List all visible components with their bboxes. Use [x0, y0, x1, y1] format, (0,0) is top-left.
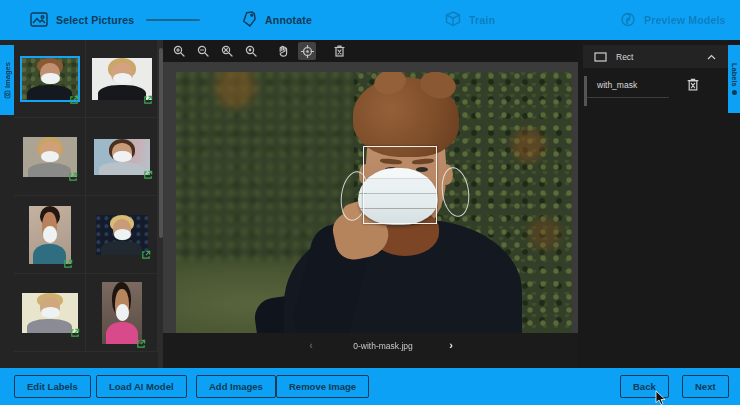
step-label: Select Pictures: [56, 14, 134, 26]
step-label: Train: [469, 14, 495, 26]
load-ai-model-button[interactable]: Load AI Model: [96, 375, 187, 398]
thumb-mask: [114, 229, 131, 240]
scrollbar-thumb[interactable]: [159, 48, 163, 238]
annotated-icon: [70, 328, 80, 338]
crosshair-tool-icon[interactable]: [298, 42, 316, 60]
stepper-bar: Select Pictures Annotate Train Preview M…: [0, 0, 740, 40]
thumbnail-image[interactable]: [22, 293, 78, 333]
canvas-toolbar: [163, 40, 578, 62]
image-filename: 0-with-mask.jpg: [328, 341, 438, 351]
tab-labels-label: Labels: [730, 63, 739, 87]
footer-bar: Edit Labels Load AI Model Add Images Rem…: [0, 368, 740, 405]
remove-image-button[interactable]: Remove Image: [276, 375, 369, 398]
cube-icon: [445, 11, 461, 29]
thumbnail-cell[interactable]: [14, 118, 86, 196]
step-annotate[interactable]: Annotate: [240, 0, 312, 40]
step-label: Preview Models: [644, 14, 726, 26]
thumb-body: [27, 319, 72, 333]
thumbnail-cell[interactable]: [86, 274, 158, 352]
thumbnail-cell[interactable]: [86, 40, 158, 118]
tag-dot-icon: [732, 90, 737, 95]
bounding-box[interactable]: [363, 146, 437, 224]
thumbnail-grid: [14, 40, 158, 368]
step-preview-models: Preview Models: [620, 0, 726, 40]
pictures-icon: [30, 12, 48, 29]
main-image[interactable]: [176, 72, 572, 333]
thumbnail-image[interactable]: [92, 58, 152, 100]
tab-images[interactable]: Images: [0, 45, 14, 115]
thumbnail-cell[interactable]: [14, 274, 86, 352]
next-button[interactable]: Next: [682, 375, 729, 398]
label-row[interactable]: with_mask: [587, 72, 669, 98]
thumbnail-image[interactable]: [102, 282, 142, 344]
thumbnail-cell[interactable]: [14, 196, 86, 274]
camera-icon: [4, 90, 11, 98]
step-connector: [146, 19, 200, 21]
image-nav-bar: ‹ 0-with-mask.jpg ›: [163, 333, 578, 368]
tab-labels[interactable]: Labels: [728, 45, 740, 113]
zoom-fit-icon[interactable]: [218, 42, 236, 60]
tab-images-label: Images: [3, 62, 12, 88]
thumb-mask: [43, 226, 57, 242]
thumbnail-image[interactable]: [23, 137, 77, 177]
thumb-mask: [116, 304, 129, 321]
step-train: Train: [445, 0, 495, 40]
thumbnail-cell[interactable]: [86, 196, 158, 274]
labels-panel: Rect with_mask: [583, 40, 730, 368]
thumb-body: [33, 244, 67, 264]
chevron-up-icon[interactable]: [707, 54, 716, 60]
label-name: with_mask: [597, 80, 637, 90]
back-button[interactable]: Back: [620, 375, 669, 398]
annotated-icon: [143, 95, 153, 105]
thumb-body: [101, 241, 143, 255]
annotated-icon: [63, 259, 73, 269]
add-images-button[interactable]: Add Images: [196, 375, 276, 398]
delete-annotation-icon[interactable]: [330, 42, 348, 60]
annotated-icon: [141, 250, 151, 260]
zoom-in-icon[interactable]: [170, 42, 188, 60]
rect-shape-icon: [594, 52, 607, 62]
thumbnail-cell[interactable]: [14, 40, 86, 118]
thumb-body: [98, 85, 146, 99]
thumb-mask: [113, 151, 131, 161]
thumb-mask: [41, 73, 59, 85]
zoom-out-icon[interactable]: [194, 42, 212, 60]
annotated-icon: [69, 95, 79, 105]
zoom-actual-icon[interactable]: [242, 42, 260, 60]
tag-icon: [240, 11, 257, 29]
thumb-body: [99, 162, 144, 174]
thumb-body: [27, 85, 72, 99]
shape-group-header[interactable]: Rect: [583, 45, 730, 68]
thumb-mask: [41, 307, 59, 318]
pan-hand-icon[interactable]: [274, 42, 292, 60]
delete-label-icon[interactable]: [687, 77, 701, 91]
edit-labels-button[interactable]: Edit Labels: [14, 375, 91, 398]
thumb-body: [28, 163, 71, 177]
thumbnail-image[interactable]: [96, 215, 148, 255]
prev-image-button[interactable]: ‹: [303, 339, 319, 351]
annotated-icon: [136, 339, 146, 349]
next-image-button[interactable]: ›: [443, 339, 459, 351]
preview-models-icon: [620, 11, 636, 29]
step-label: Annotate: [265, 14, 312, 26]
annotation-canvas: ‹ 0-with-mask.jpg ›: [163, 40, 578, 368]
annotated-icon: [68, 172, 78, 182]
thumbnail-image[interactable]: [22, 58, 78, 100]
thumbnail-image[interactable]: [94, 139, 150, 175]
step-select-pictures[interactable]: Select Pictures: [30, 0, 134, 40]
shape-group-label: Rect: [616, 52, 707, 62]
thumbnail-cell[interactable]: [86, 118, 158, 196]
images-sidebar: Images: [0, 40, 163, 368]
annotated-icon: [143, 170, 153, 180]
thumbnail-image[interactable]: [29, 206, 71, 264]
thumb-body: [106, 322, 138, 343]
